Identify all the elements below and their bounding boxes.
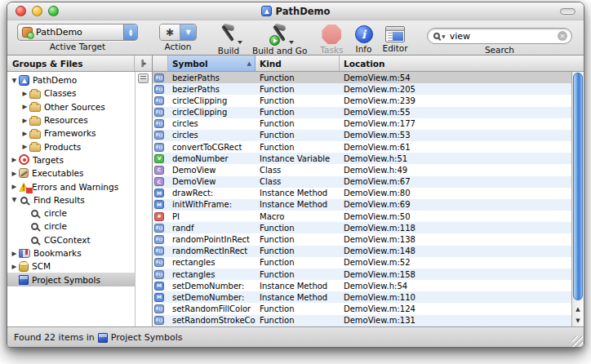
project-symbols-icon — [98, 333, 108, 343]
sidebar-item-pathdemo[interactable]: ▼PathDemo — [7, 73, 135, 87]
sidebar-item-executables[interactable]: ▶Executables — [7, 166, 135, 180]
sidebar-item-cgcontext[interactable]: CGContext — [7, 233, 135, 246]
disclosure-triangle-icon[interactable]: ▶ — [10, 156, 19, 163]
cell-symbol: DemoView — [168, 166, 256, 175]
sidebar-item-label: CGContext — [44, 235, 91, 245]
sidebar-item-circle[interactable]: circle — [7, 206, 135, 220]
table-row[interactable]: F()rectanglesFunctionDemoView.m:158 — [153, 269, 571, 280]
column-splitter-button[interactable]: ‖▸ — [134, 55, 152, 71]
table-row[interactable]: F()randomPointInRectFunctionDemoView.m:1… — [153, 233, 571, 245]
disclosure-triangle-icon[interactable]: ▶ — [20, 103, 29, 110]
vertical-scrollbar[interactable]: ▲ ▼ — [571, 72, 584, 326]
sidebar-item-label: Bookmarks — [33, 248, 82, 258]
table-row[interactable]: MsetDemoNumber:Instance MethodDemoView.m… — [153, 291, 571, 303]
table-row[interactable]: CDemoViewClassDemoView.h:49 — [153, 164, 571, 175]
table-row[interactable]: F()convertToCGRectFunctionDemoView.m:61 — [153, 141, 571, 153]
title-bar[interactable]: PathDemo — [7, 2, 584, 20]
column-header-kind[interactable]: Kind — [256, 55, 340, 71]
sidebar-header[interactable]: Groups & Files ‖▸ — [7, 55, 152, 72]
scrollbar-thumb[interactable] — [573, 73, 583, 300]
folder-icon — [29, 131, 41, 139]
column-header-icon[interactable] — [153, 55, 168, 71]
gear-icon: ✱ — [166, 27, 174, 38]
column-header-location[interactable]: Location — [340, 55, 584, 71]
table-row[interactable]: F()circleClippingFunctionDemoView.m:239 — [153, 95, 571, 106]
table-row[interactable]: VdemoNumberInstance VariableDemoView.h:5… — [153, 153, 571, 164]
search-scope-caret-icon[interactable]: ▼ — [442, 33, 446, 39]
disclosure-triangle-icon[interactable]: ▶ — [10, 170, 19, 177]
build-button[interactable] — [216, 24, 241, 45]
disclosure-triangle-icon[interactable]: ▶ — [10, 250, 19, 257]
disclosure-triangle-icon[interactable]: ▶ — [20, 143, 29, 150]
sidebar-item-classes[interactable]: ▶Classes — [7, 87, 135, 100]
table-row[interactable]: F()bezierPathsFunctionDemoView.m:205 — [153, 83, 571, 95]
disclosure-triangle-icon[interactable]: ▶ — [10, 263, 19, 270]
content-area: Groups & Files ‖▸ ▼PathDemo▶Classes▶Othe… — [7, 55, 584, 326]
cell-kind: Function — [256, 235, 340, 244]
window-controls — [16, 6, 59, 16]
sidebar-scrollbar-track[interactable] — [135, 72, 152, 326]
disclosure-triangle-icon[interactable]: ▼ — [10, 77, 19, 84]
groups-and-files-sidebar: Groups & Files ‖▸ ▼PathDemo▶Classes▶Othe… — [7, 55, 153, 326]
disclosure-triangle-icon[interactable]: ▶ — [20, 130, 29, 137]
scm-icon — [19, 261, 29, 272]
resize-grip[interactable] — [572, 336, 583, 347]
scroll-down-arrow-icon[interactable]: ▼ — [572, 315, 584, 326]
chevron-down-icon: ▼ — [185, 29, 190, 36]
sidebar-item-targets[interactable]: ▶Targets — [7, 153, 135, 166]
close-button[interactable] — [16, 6, 26, 16]
active-target-popup[interactable]: PathDemo ▲▼ — [17, 24, 138, 41]
cell-kind: Function — [256, 270, 340, 279]
detail-column-menu-icon[interactable] — [138, 73, 149, 83]
minimize-button[interactable] — [32, 6, 42, 16]
function-symbol-icon: F() — [154, 224, 164, 233]
column-header-symbol[interactable]: Symbol ▲ — [168, 55, 256, 71]
table-row[interactable]: F()circleClippingFunctionDemoView.m:55 — [153, 107, 571, 118]
disclosure-triangle-icon[interactable]: ▶ — [20, 90, 29, 97]
table-row[interactable]: F()circlesFunctionDemoView.m:53 — [153, 130, 571, 141]
sidebar-item-project-symbols[interactable]: Project Symbols — [7, 273, 135, 286]
cell-kind: Function — [256, 85, 340, 94]
sidebar-item-scm[interactable]: ▶SCM — [7, 260, 135, 273]
table-row[interactable]: MdrawRect:Instance MethodDemoView.m:80 — [153, 188, 571, 199]
cell-symbol: initWithFrame: — [168, 200, 256, 209]
table-row[interactable]: F()setRandomFillColorFunctionDemoView.m:… — [153, 303, 571, 314]
sidebar-item-other-sources[interactable]: ▶Other Sources — [7, 100, 135, 113]
search-label: Search — [485, 45, 514, 55]
cell-symbol: randf — [168, 224, 256, 233]
cell-symbol: setRandomStrokeColo — [168, 316, 256, 325]
table-row[interactable]: CDemoViewClassDemoView.m:67 — [153, 176, 571, 188]
table-row[interactable]: F()circlesFunctionDemoView.m:177 — [153, 118, 571, 130]
table-row[interactable]: F()randomRectInRectFunctionDemoView.m:14… — [153, 246, 571, 257]
table-row[interactable]: F()rectanglesFunctionDemoView.m:52 — [153, 257, 571, 269]
build-and-go-button[interactable] — [268, 24, 292, 45]
cell-kind: Function — [256, 246, 340, 255]
info-button info-icon[interactable]: i — [355, 25, 373, 43]
editor-button editor-icon[interactable] — [385, 26, 405, 42]
sidebar-item-bookmarks[interactable]: ▶Bookmarks — [7, 246, 135, 260]
table-row[interactable]: MinitWithFrame:Instance MethodDemoView.m… — [153, 199, 571, 211]
sidebar-item-errors-and-warnings[interactable]: ▶Errors and Warnings — [7, 180, 135, 193]
search-input[interactable]: ▼ view × — [427, 28, 572, 44]
zoom-button[interactable] — [48, 6, 59, 16]
cell-location: DemoView.m:52 — [340, 258, 571, 267]
table-row[interactable]: MsetDemoNumber:Instance MethodDemoView.h… — [153, 280, 571, 291]
macro-symbol-icon: # — [154, 212, 164, 221]
sidebar-item-find-results[interactable]: ▼Find Results — [7, 193, 135, 206]
disclosure-triangle-icon[interactable]: ▶ — [20, 117, 29, 124]
table-row[interactable]: F()setRandomStrokeColoFunctionDemoView.m… — [153, 315, 571, 326]
clear-search-button close-icon[interactable]: × — [558, 31, 567, 41]
tasks-label: Tasks — [320, 45, 343, 55]
sidebar-item-products[interactable]: ▶Products — [7, 140, 135, 153]
sidebar-item-circle[interactable]: circle — [7, 220, 135, 233]
action-button[interactable]: ✱ ▼ — [159, 24, 197, 41]
table-row[interactable]: #PIMacroDemoView.m:50 — [153, 211, 571, 222]
sidebar-item-resources[interactable]: ▶Resources — [7, 113, 135, 127]
sidebar-item-frameworks[interactable]: ▶Frameworks — [7, 127, 135, 140]
scroll-up-arrow-icon[interactable]: ▲ — [572, 304, 584, 315]
table-row[interactable]: F()randfFunctionDemoView.m:118 — [153, 222, 571, 233]
table-row[interactable]: F()bezierPathsFunctionDemoView.m:54 — [153, 72, 571, 83]
disclosure-triangle-icon[interactable]: ▼ — [10, 196, 19, 203]
disclosure-triangle-icon[interactable]: ▶ — [10, 183, 19, 190]
toolbar-toggle-button[interactable] — [560, 8, 575, 15]
